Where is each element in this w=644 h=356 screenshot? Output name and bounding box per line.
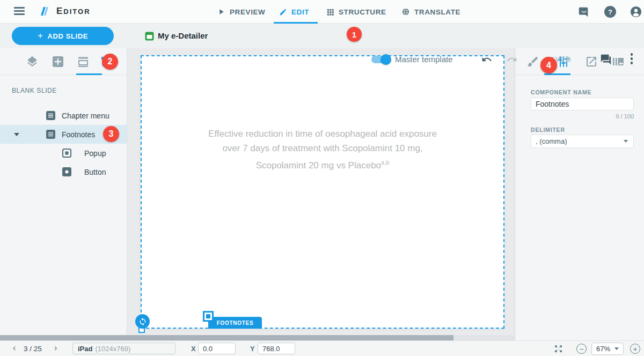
y-coordinate-input[interactable] bbox=[258, 343, 295, 354]
toggle-knob bbox=[380, 54, 391, 65]
tab-preview[interactable]: PREVIEW bbox=[217, 0, 265, 24]
app-logo: EDITOR bbox=[38, 5, 91, 18]
sync-icon bbox=[138, 317, 147, 326]
zoom-out-button[interactable]: − bbox=[576, 344, 587, 354]
chevron-down-icon bbox=[614, 347, 619, 350]
device-preset-select[interactable]: iPad (1024x768) bbox=[72, 343, 175, 354]
char-counter: 9 / 100 bbox=[531, 113, 634, 120]
chevron-down-icon bbox=[624, 140, 628, 143]
horizontal-scrollbar-track[interactable] bbox=[0, 335, 514, 340]
tab-structure[interactable]: STRUCTURE bbox=[326, 0, 386, 24]
previous-slide-button[interactable]: ‹ bbox=[13, 343, 16, 353]
x-coordinate-input[interactable] bbox=[198, 343, 236, 354]
rotate-handle[interactable] bbox=[135, 314, 150, 329]
slide-canvas[interactable]: Effective reduction in time of oesophage… bbox=[141, 55, 504, 329]
tab-translate[interactable]: TRANSLATE bbox=[401, 0, 460, 24]
logo-icon bbox=[38, 5, 51, 18]
component-tree: Chapter menu Footnotes Popup Button bbox=[0, 106, 127, 181]
horizontal-scrollbar-thumb[interactable] bbox=[0, 335, 453, 340]
footnotes-component-tag[interactable]: FOOTNOTES bbox=[208, 317, 262, 329]
edetailer-doc-icon bbox=[145, 32, 154, 41]
play-icon bbox=[217, 8, 225, 16]
open-in-new-tab-icon[interactable] bbox=[585, 55, 598, 68]
slide-title-text: Effective reduction in time of oesophage… bbox=[142, 127, 503, 173]
component-name-label: COMPONENT NAME bbox=[531, 89, 591, 95]
popup-component-icon bbox=[62, 149, 71, 158]
footnote-superscript: a,b bbox=[381, 159, 389, 166]
right-inspector-panel: COMPONENT NAME 9 / 100 DELIMITER , (comm… bbox=[515, 48, 644, 340]
delimiter-select[interactable]: , (comma) bbox=[531, 135, 634, 148]
delimiter-label: DELIMITER bbox=[531, 127, 565, 133]
collapse-caret-icon[interactable] bbox=[14, 133, 19, 136]
slide-page-indicator: 3 / 25 bbox=[24, 345, 42, 353]
x-coordinate-label: X bbox=[191, 345, 196, 353]
callout-badge-1: 1 bbox=[347, 27, 362, 42]
layers-tab-icon[interactable] bbox=[26, 55, 39, 68]
account-icon[interactable] bbox=[630, 6, 642, 18]
tree-item-chapter-menu[interactable]: Chapter menu bbox=[0, 106, 127, 125]
callout-badge-4: 4 bbox=[540, 57, 557, 73]
editor-app: EDITOR PREVIEW EDIT STRUCTURE TRANSLATE … bbox=[0, 0, 644, 356]
pencil-icon bbox=[279, 8, 287, 16]
tree-item-button[interactable]: Button bbox=[0, 162, 127, 181]
comments-icon[interactable] bbox=[600, 54, 612, 65]
component-name-input[interactable] bbox=[531, 98, 634, 110]
list-component-icon bbox=[46, 130, 55, 139]
layout-tab-icon[interactable] bbox=[77, 55, 90, 68]
inspector-tabs bbox=[515, 48, 644, 75]
slide-section-label: BLANK SLIDE bbox=[12, 87, 57, 94]
top-header: EDITOR PREVIEW EDIT STRUCTURE TRANSLATE … bbox=[0, 0, 644, 24]
globe-icon bbox=[401, 8, 410, 16]
plus-icon: + bbox=[38, 31, 43, 41]
zoom-in-button[interactable]: + bbox=[630, 344, 640, 354]
next-slide-button[interactable]: › bbox=[54, 343, 57, 353]
zoom-level-select[interactable]: 67% bbox=[591, 343, 624, 355]
hamburger-menu-icon[interactable] bbox=[14, 7, 25, 16]
media-columns-tab-icon[interactable] bbox=[612, 55, 625, 68]
callout-badge-2: 2 bbox=[102, 54, 118, 70]
master-template-toggle[interactable] bbox=[371, 56, 390, 63]
add-component-tab-icon[interactable] bbox=[52, 55, 64, 68]
more-options-icon[interactable] bbox=[630, 53, 633, 66]
slide-toolbar: + ADD SLIDE My e-Detailer Master templat… bbox=[0, 24, 644, 48]
tab-edit[interactable]: EDIT bbox=[279, 0, 309, 24]
undo-icon[interactable] bbox=[481, 54, 492, 65]
redo-icon[interactable] bbox=[507, 54, 517, 65]
fullscreen-icon[interactable] bbox=[554, 344, 563, 353]
y-coordinate-label: Y bbox=[250, 345, 255, 353]
bottom-status-bar: ‹ 3 / 25 › iPad (1024x768) X Y − 67% + bbox=[0, 340, 644, 356]
help-icon[interactable]: ? bbox=[604, 6, 616, 18]
list-component-icon bbox=[46, 111, 55, 120]
add-slide-button[interactable]: + ADD SLIDE bbox=[12, 27, 114, 45]
component-drag-handle[interactable] bbox=[203, 311, 214, 322]
inspector-active-tab-underline bbox=[544, 73, 570, 75]
logo-text: EDITOR bbox=[56, 6, 91, 17]
button-component-icon bbox=[62, 167, 71, 176]
grid-icon bbox=[326, 8, 334, 16]
active-tab-underline bbox=[274, 22, 318, 24]
master-template-label: Master template bbox=[395, 55, 453, 64]
left-sidebar: BLANK SLIDE Chapter menu Footnotes Popup… bbox=[0, 48, 127, 340]
sidebar-active-tab-underline bbox=[76, 73, 102, 75]
feedback-icon[interactable] bbox=[578, 6, 590, 18]
callout-badge-3: 3 bbox=[103, 126, 119, 142]
brush-tab-icon[interactable] bbox=[526, 55, 539, 68]
tree-item-popup[interactable]: Popup bbox=[0, 144, 127, 162]
document-title: My e-Detailer bbox=[158, 31, 208, 40]
